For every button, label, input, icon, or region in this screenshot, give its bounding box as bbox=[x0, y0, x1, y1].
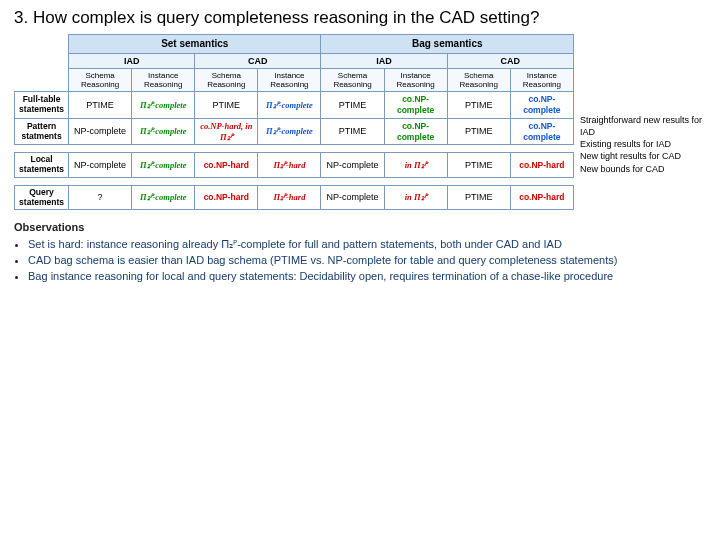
rowlabel-query: Query statements bbox=[15, 185, 69, 210]
cell: PTIME bbox=[447, 185, 510, 210]
col-instance: Instance Reasoning bbox=[384, 68, 447, 91]
cell: Π₂ᴾ-hard bbox=[258, 185, 321, 210]
row-query: Query statements ? Π₂ᴾ-complete co.NP-ha… bbox=[15, 185, 574, 210]
rowlabel-full: Full-table statements bbox=[15, 92, 69, 119]
cell: Π₂ᴾ-complete bbox=[132, 153, 195, 178]
cell: Π₂ᴾ-complete bbox=[258, 118, 321, 145]
cell: NP-complete bbox=[69, 118, 132, 145]
col-schema: Schema Reasoning bbox=[447, 68, 510, 91]
cell: co.NP-hard bbox=[510, 185, 573, 210]
hdr-cad-bag: CAD bbox=[447, 53, 573, 68]
rowlabel-local: Local statements bbox=[15, 153, 69, 178]
cell: PTIME bbox=[195, 92, 258, 119]
legend: Straightforward new results for IAD Exis… bbox=[574, 34, 706, 210]
hdr-iad-bag: IAD bbox=[321, 53, 447, 68]
cell: co.NP-complete bbox=[384, 118, 447, 145]
observations-block: Observations Set is hard: instance reaso… bbox=[14, 220, 706, 283]
cell: Π₂ᴾ-complete bbox=[132, 92, 195, 119]
observation-item: Bag instance reasoning for local and que… bbox=[28, 269, 706, 284]
observation-item: Set is hard: instance reasoning already … bbox=[28, 237, 706, 252]
cell: co.NP-hard bbox=[510, 153, 573, 178]
cell: NP-complete bbox=[69, 153, 132, 178]
cell: PTIME bbox=[447, 92, 510, 119]
hdr-bag-semantics: Bag semantics bbox=[321, 35, 574, 54]
cell: co.NP-complete bbox=[384, 92, 447, 119]
cell: ? bbox=[69, 185, 132, 210]
cell: Π₂ᴾ-hard bbox=[258, 153, 321, 178]
observation-item: CAD bag schema is easier than IAD bag sc… bbox=[28, 253, 706, 268]
cell: co.NP-hard, in Π₂ᴾ bbox=[195, 118, 258, 145]
cell: Π₂ᴾ-complete bbox=[132, 118, 195, 145]
cell: in Π₂ᴾ bbox=[384, 185, 447, 210]
legend-item: Existing results for IAD bbox=[580, 138, 706, 150]
col-instance: Instance Reasoning bbox=[510, 68, 573, 91]
cell: Π₂ᴾ-complete bbox=[132, 185, 195, 210]
legend-item: New tight results for CAD bbox=[580, 150, 706, 162]
page-title: 3. How complex is query completeness rea… bbox=[14, 8, 706, 28]
complexity-table-wrapper: Set semantics Bag semantics IAD CAD IAD … bbox=[14, 34, 574, 210]
cell: co.NP-complete bbox=[510, 118, 573, 145]
row-local: Local statements NP-complete Π₂ᴾ-complet… bbox=[15, 153, 574, 178]
cell: PTIME bbox=[321, 118, 384, 145]
cell: NP-complete bbox=[321, 153, 384, 178]
col-schema: Schema Reasoning bbox=[195, 68, 258, 91]
cell: co.NP-hard bbox=[195, 185, 258, 210]
col-schema: Schema Reasoning bbox=[69, 68, 132, 91]
rowlabel-pattern: Pattern statments bbox=[15, 118, 69, 145]
cell: NP-complete bbox=[321, 185, 384, 210]
cell: PTIME bbox=[321, 92, 384, 119]
col-schema: Schema Reasoning bbox=[321, 68, 384, 91]
observations-header: Observations bbox=[14, 220, 706, 235]
row-full-table: Full-table statements PTIME Π₂ᴾ-complete… bbox=[15, 92, 574, 119]
cell: Π₂ᴾ-complete bbox=[258, 92, 321, 119]
cell: PTIME bbox=[69, 92, 132, 119]
col-instance: Instance Reasoning bbox=[132, 68, 195, 91]
cell: co.NP-hard bbox=[195, 153, 258, 178]
complexity-table: Set semantics Bag semantics IAD CAD IAD … bbox=[14, 34, 574, 210]
row-pattern: Pattern statments NP-complete Π₂ᴾ-comple… bbox=[15, 118, 574, 145]
hdr-cad-set: CAD bbox=[195, 53, 321, 68]
cell: PTIME bbox=[447, 153, 510, 178]
legend-item: New bounds for CAD bbox=[580, 163, 706, 175]
cell: co.NP-complete bbox=[510, 92, 573, 119]
col-instance: Instance Reasoning bbox=[258, 68, 321, 91]
cell: PTIME bbox=[447, 118, 510, 145]
legend-item: Straightforward new results for IAD bbox=[580, 114, 706, 138]
hdr-set-semantics: Set semantics bbox=[69, 35, 321, 54]
hdr-iad-set: IAD bbox=[69, 53, 195, 68]
cell: in Π₂ᴾ bbox=[384, 153, 447, 178]
